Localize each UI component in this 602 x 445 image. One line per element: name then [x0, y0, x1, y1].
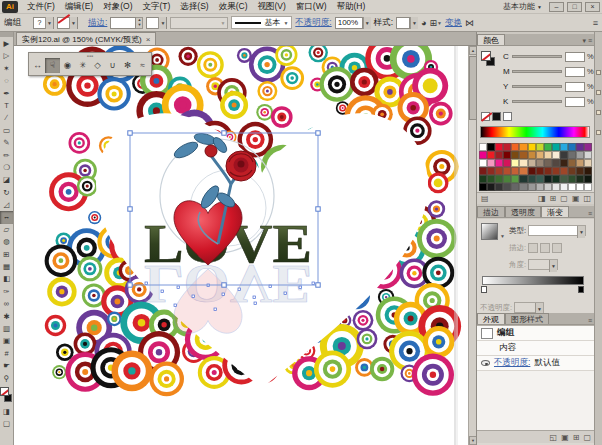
width-profile-dropdown[interactable]: ▼ [146, 17, 167, 29]
stroke-weight-input[interactable] [110, 17, 136, 29]
black-swatch[interactable] [492, 112, 501, 121]
type-tool[interactable]: T [0, 100, 13, 112]
direct-selection-tool[interactable]: ▷ [0, 50, 13, 62]
gradient-tool[interactable]: ◧ [0, 273, 13, 285]
swatch[interactable] [511, 159, 519, 167]
channel-slider-c[interactable] [512, 55, 562, 58]
gradient-stop-end[interactable] [578, 286, 584, 293]
swatch[interactable] [528, 167, 536, 175]
tab-appearance-1[interactable]: 图形样式 [505, 313, 549, 324]
swatch[interactable] [584, 159, 592, 167]
swatch[interactable] [519, 167, 527, 175]
swatch[interactable] [568, 167, 576, 175]
swatch[interactable] [536, 159, 544, 167]
stroke-panel-link[interactable]: 描边: [88, 17, 107, 29]
eyedropper-tool[interactable]: ✑ [0, 286, 13, 298]
swatch[interactable] [560, 175, 568, 183]
menu-item-0[interactable]: 文件(F) [22, 1, 60, 13]
canvas[interactable]: LOVE [14, 46, 468, 445]
swatch[interactable] [576, 167, 584, 175]
swatch[interactable] [536, 175, 544, 183]
brush-definition-dropdown[interactable]: 基本 ▼ [231, 16, 292, 29]
swatch[interactable] [511, 151, 519, 159]
line-segment-tool[interactable]: ∕ [0, 112, 13, 124]
none-swatch[interactable] [481, 112, 490, 121]
swatch[interactable] [536, 151, 544, 159]
swatch[interactable] [568, 143, 576, 151]
swatch[interactable] [568, 159, 576, 167]
width-tool[interactable]: ↔ [0, 211, 13, 223]
maximize-button[interactable]: □ [567, 2, 582, 12]
opacity-link[interactable]: 不透明度: [295, 17, 331, 29]
chevron-down-icon[interactable]: ▼ [500, 233, 505, 239]
swatch[interactable] [495, 175, 503, 183]
swatch[interactable] [503, 183, 511, 191]
gradient-thumbnail[interactable] [481, 223, 498, 240]
selection-handle[interactable] [316, 131, 320, 135]
swatch[interactable] [584, 175, 592, 183]
gradient-slider[interactable] [482, 276, 584, 285]
menu-item-5[interactable]: 效果(C) [214, 1, 253, 13]
new-group-icon[interactable]: ▢ [560, 194, 568, 203]
swatch[interactable] [495, 167, 503, 175]
swatch-options-icon[interactable]: ⊞ [550, 194, 557, 203]
menu-item-8[interactable]: 帮助(H) [332, 1, 371, 13]
swatch[interactable] [487, 175, 495, 183]
swatch[interactable] [568, 151, 576, 159]
channel-value-y[interactable] [565, 82, 585, 92]
swatch[interactable] [584, 183, 592, 191]
channel-value-k[interactable] [565, 97, 585, 107]
artboard-tool[interactable]: ▣ [0, 335, 13, 347]
stroke-weight-stepper[interactable]: ▲▼ [136, 17, 143, 29]
screen-mode-icon[interactable]: ▢ [0, 418, 13, 430]
swatch[interactable] [503, 175, 511, 183]
swatch[interactable] [560, 167, 568, 175]
swatch[interactable] [479, 151, 487, 159]
swatch[interactable] [487, 183, 495, 191]
swatch[interactable] [503, 151, 511, 159]
swatch[interactable] [576, 175, 584, 183]
channel-slider-k[interactable] [512, 100, 562, 103]
swatch[interactable] [479, 175, 487, 183]
blend-tool[interactable]: ∞ [0, 298, 13, 310]
tools-panel-header[interactable] [0, 32, 13, 37]
swatch[interactable] [560, 159, 568, 167]
swatch[interactable] [495, 159, 503, 167]
swatch[interactable] [528, 143, 536, 151]
swatch[interactable] [584, 151, 592, 159]
paintbrush-tool[interactable]: ✎ [0, 137, 13, 149]
swatch[interactable] [552, 159, 560, 167]
swatch[interactable] [576, 151, 584, 159]
menu-item-7[interactable]: 窗口(W) [291, 1, 332, 13]
swatch[interactable] [495, 183, 503, 191]
close-button[interactable]: × [585, 2, 600, 12]
swatch[interactable] [528, 151, 536, 159]
eraser-tool[interactable]: ◪ [0, 174, 13, 186]
vertical-scrollbar[interactable]: ▲ ▼ [468, 46, 476, 445]
document-tab[interactable]: 实例120.ai @ 150% (CMYK/预览) × [16, 32, 156, 45]
dock-icon-1[interactable] [596, 90, 601, 95]
swatch[interactable] [544, 151, 552, 159]
swatch[interactable] [487, 143, 495, 151]
fill-color-dropdown[interactable]: ? ▼ [33, 17, 54, 29]
swatch[interactable] [576, 159, 584, 167]
swatch[interactable] [560, 151, 568, 159]
selection-handle[interactable] [128, 283, 132, 287]
collapsed-dock-strip[interactable] [594, 32, 602, 445]
mesh-tool[interactable]: ▦ [0, 261, 13, 273]
selection-handle[interactable] [128, 207, 132, 211]
isolate-icon[interactable]: ⋈ [465, 18, 474, 28]
swatch[interactable] [479, 183, 487, 191]
swatch[interactable] [495, 151, 503, 159]
workspace-switcher[interactable]: 基本功能 ▼ [499, 1, 546, 12]
appearance-row-1[interactable]: 内容 [477, 341, 595, 356]
menu-item-3[interactable]: 文字(T) [137, 1, 175, 13]
perspective-grid-tool[interactable]: ⊞ [0, 249, 13, 261]
menu-item-2[interactable]: 对象(O) [98, 1, 137, 13]
swatch[interactable] [519, 159, 527, 167]
color-spectrum-bar[interactable] [480, 126, 590, 138]
swatch[interactable] [536, 167, 544, 175]
swatch[interactable] [487, 167, 495, 175]
swatch[interactable] [511, 143, 519, 151]
show-kinds-icon[interactable]: ◨ [538, 194, 546, 203]
